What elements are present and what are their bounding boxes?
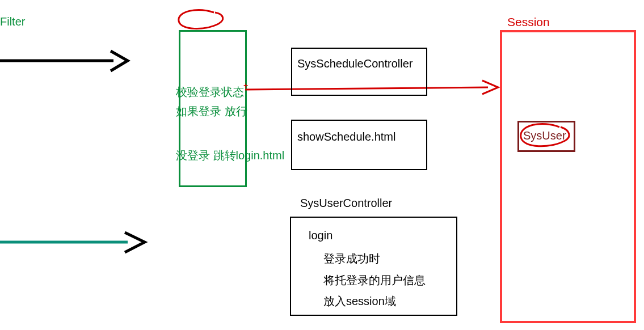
- filter-line-1: 校验登录状态: [176, 84, 244, 100]
- incoming-arrow-top: [0, 48, 142, 77]
- showschedule-box: [291, 120, 427, 170]
- annotation-circle-sysuser: [514, 121, 576, 153]
- sysschedulecontroller-label: SysScheduleController: [297, 57, 413, 70]
- session-title: Session: [507, 15, 550, 29]
- filter-line-3: 没登录 跳转login.html: [176, 148, 284, 163]
- filter-line-2: 如果登录 放行: [176, 104, 247, 119]
- incoming-arrow-bottom: [0, 230, 162, 258]
- login-note-1: 登录成功时: [323, 251, 380, 266]
- showschedule-label: showSchedule.html: [297, 130, 395, 143]
- filter-title: Filter: [0, 15, 25, 28]
- login-label: login: [309, 229, 332, 242]
- sysschedulecontroller-box: [291, 48, 427, 96]
- login-note-3: 放入session域: [323, 294, 396, 309]
- login-note-2: 将托登录的用户信息: [323, 273, 426, 288]
- annotation-circle-filter: [174, 7, 228, 32]
- sysusercontroller-title: SysUserController: [300, 197, 392, 210]
- session-box: [500, 30, 636, 323]
